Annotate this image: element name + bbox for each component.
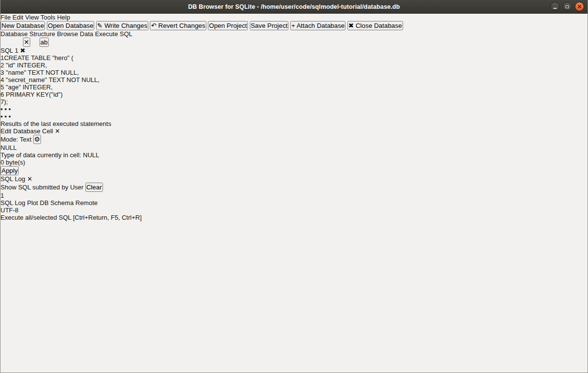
sql-editor-line[interactable]: 5 "age" INTEGER,: [0, 83, 588, 91]
tab-browse-data[interactable]: Browse Data: [57, 30, 93, 38]
revert-changes-label: Revert Changes: [158, 22, 205, 29]
cell-editor[interactable]: NULL: [0, 144, 588, 151]
execute-all-button[interactable]: [16, 43, 18, 45]
tab-database-structure[interactable]: Database Structure: [0, 30, 55, 38]
app-window: DB Browser for SQLite - /home/user/code/…: [0, 0, 588, 373]
close-sql-tab-icon[interactable]: ✖: [20, 47, 25, 54]
export-results-button[interactable]: [36, 43, 38, 45]
sql-editor-line[interactable]: 2 "id" INTEGER,: [0, 62, 588, 69]
stop-icon: ✕: [24, 39, 29, 46]
open-sql-new-tab-button[interactable]: [0, 43, 2, 45]
dock-tab-db-schema[interactable]: DB Schema: [40, 199, 74, 207]
sql-code: PRIMARY KEY("id"): [4, 91, 62, 98]
find-replace-button[interactable]: ab: [40, 38, 49, 47]
sql-log-gutter: 1: [0, 192, 588, 199]
execute-sql-panel: ✕ ab: [0, 38, 588, 127]
sql-editor-line[interactable]: 4 "secret_name" TEXT NOT NULL,: [0, 76, 588, 83]
maximize-icon: [566, 5, 569, 8]
revert-changes-button[interactable]: ↶ Revert Changes: [150, 21, 206, 30]
sql-editor[interactable]: 1CREATE TABLE "hero" (2 "id" INTEGER,3 "…: [0, 54, 588, 105]
sql-code: "secret_name" TEXT NOT NULL,: [4, 76, 100, 83]
save-results-button[interactable]: [32, 43, 34, 45]
menu-view[interactable]: View: [25, 14, 39, 21]
open-sql-file-button[interactable]: [4, 43, 6, 45]
dock-close-icon[interactable]: ✕: [27, 175, 32, 183]
encoding-indicator[interactable]: UTF-8: [0, 207, 19, 214]
close-database-button[interactable]: ✖ Close Database: [347, 21, 403, 30]
splitter-handle[interactable]: ▪ ▪ ▪: [0, 113, 588, 120]
attach-database-button[interactable]: + Attach Database: [290, 21, 345, 30]
print-sql-button[interactable]: [12, 43, 14, 45]
sql-editor-line[interactable]: 7);: [0, 98, 588, 105]
sql-log-view[interactable]: 1: [0, 192, 588, 199]
maximize-button[interactable]: [563, 2, 572, 11]
sql-editor-line[interactable]: 3 "name" TEXT NOT NULL,: [0, 69, 588, 76]
sql-editor-line[interactable]: 1CREATE TABLE "hero" (: [0, 54, 588, 62]
import-cell-button[interactable]: [58, 141, 60, 143]
dock-tab-plot[interactable]: Plot: [27, 199, 38, 207]
splitter-handle[interactable]: ▪ ▪ ▪: [0, 105, 588, 113]
write-changes-label: Write Changes: [104, 22, 147, 29]
cell-value: NULL: [0, 144, 588, 151]
sql-log-dock-header: SQL Log ✕: [0, 175, 588, 183]
auto-format-button[interactable]: ⚙: [33, 135, 41, 144]
titlebar[interactable]: DB Browser for SQLite - /home/user/code/…: [0, 0, 588, 14]
sql-code: "id" INTEGER,: [4, 62, 47, 69]
save-project-button[interactable]: Save Project: [250, 21, 289, 30]
sql-code: "name" TEXT NOT NULL,: [4, 69, 79, 76]
paste-button[interactable]: [54, 141, 56, 143]
execute-sql-toolbar: ✕ ab: [0, 38, 588, 47]
print-cell-button[interactable]: [69, 141, 71, 143]
write-changes-button[interactable]: ✎ Write Changes: [96, 21, 148, 30]
results-placeholder-text: Results of the last executed statements: [0, 120, 111, 127]
left-pane: Database Structure Browse Data Execute S…: [0, 30, 588, 127]
open-project-button[interactable]: Open Project: [208, 21, 248, 30]
minimize-button[interactable]: [550, 2, 560, 11]
close-button[interactable]: ✕: [575, 2, 584, 11]
window-controls: ✕: [550, 2, 584, 11]
text-mode-button[interactable]: [43, 141, 45, 143]
menu-edit[interactable]: Edit: [13, 14, 23, 21]
format-sql-button[interactable]: [50, 43, 52, 45]
edit-cell-icon-group: [43, 136, 71, 143]
sql-editor-line[interactable]: 6 PRIMARY KEY("id"): [0, 91, 588, 98]
sql-tab-label: SQL 1: [0, 47, 18, 54]
dock-close-icon[interactable]: ✕: [55, 127, 60, 135]
write-changes-icon: ✎: [97, 22, 102, 29]
save-sql-file-button[interactable]: [8, 43, 10, 45]
sql-tab-1[interactable]: SQL 1 ✖: [0, 47, 588, 54]
tab-execute-sql[interactable]: Execute SQL: [95, 30, 133, 38]
open-database-button[interactable]: Open Database: [47, 21, 94, 30]
log-line-number: 1: [0, 192, 4, 199]
show-sql-label: Show SQL submitted by: [0, 184, 68, 191]
copy-button[interactable]: [50, 141, 52, 143]
dock-tab-sql-log[interactable]: SQL Log: [0, 199, 25, 207]
menu-tools[interactable]: Tools: [41, 14, 55, 21]
menu-help[interactable]: Help: [57, 14, 70, 21]
menu-file[interactable]: File: [0, 14, 11, 21]
mode-select[interactable]: Text: [20, 136, 33, 143]
main-tabbar: Database Structure Browse Data Execute S…: [0, 30, 588, 38]
apply-button[interactable]: Apply: [0, 166, 19, 175]
execution-messages[interactable]: Results of the last executed statements: [0, 120, 588, 127]
sql-editor-lines: 1CREATE TABLE "hero" (2 "id" INTEGER,3 "…: [0, 54, 588, 105]
new-database-button[interactable]: New Database: [0, 21, 45, 30]
open-database-label: Open Database: [48, 22, 93, 29]
tooltip: Execute all/selected SQL [Ctrl+Return, F…: [0, 214, 588, 221]
export-cell-button[interactable]: [61, 141, 63, 143]
word-wrap-button[interactable]: [46, 141, 48, 143]
clear-log-button[interactable]: Clear: [85, 183, 103, 192]
dock-tab-remote[interactable]: Remote: [76, 199, 98, 207]
stop-execution-button[interactable]: ✕: [23, 38, 30, 47]
execute-current-line-button[interactable]: [19, 43, 21, 45]
cell-type-info: Type of data currently in cell: NULL: [0, 151, 588, 159]
close-database-label: Close Database: [356, 22, 402, 29]
mode-label: Mode:: [0, 136, 18, 143]
statusbar: UTF-8: [0, 207, 588, 214]
save-project-label: Save Project: [251, 22, 288, 29]
cell-info-row: Type of data currently in cell: NULL 0 b…: [0, 151, 588, 175]
set-null-button[interactable]: [65, 141, 67, 143]
new-database-label: New Database: [1, 22, 44, 29]
attach-database-label: Attach Database: [297, 22, 345, 29]
log-filter-select[interactable]: User: [70, 184, 85, 191]
